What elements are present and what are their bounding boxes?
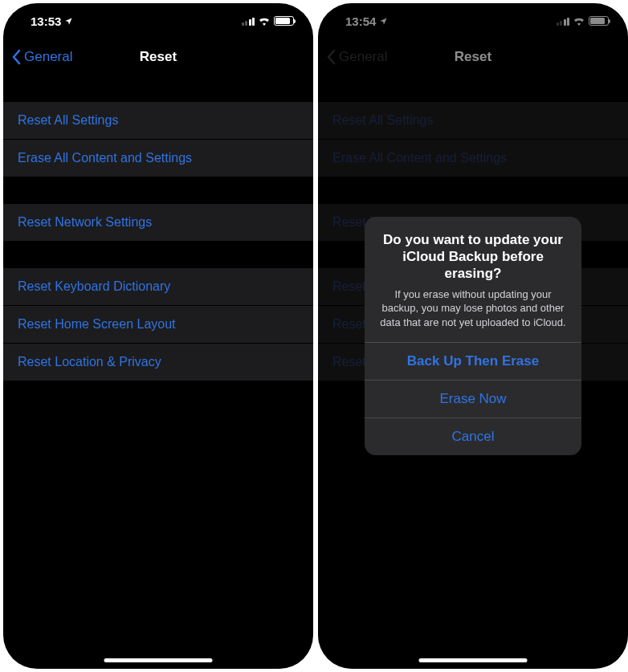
icloud-backup-alert: Do you want to update your iCloud Backup… (365, 217, 581, 455)
chevron-left-icon (11, 49, 21, 65)
screen-left: 13:53 General Reset Reset All Settings E… (3, 3, 313, 669)
cancel-button[interactable]: Cancel (365, 417, 581, 455)
wifi-icon (258, 16, 271, 26)
nav-bar: General Reset (3, 39, 313, 75)
reset-network-settings[interactable]: Reset Network Settings (3, 204, 313, 241)
back-button[interactable]: General (11, 49, 72, 65)
settings-group: Reset Network Settings (3, 204, 313, 241)
settings-list: Reset All Settings Erase All Content and… (3, 102, 313, 381)
alert-message: If you erase without updating your backu… (377, 287, 569, 330)
back-label: General (24, 49, 72, 65)
erase-now-button[interactable]: Erase Now (365, 380, 581, 417)
home-indicator[interactable] (419, 658, 528, 662)
settings-group: Reset Keyboard Dictionary Reset Home Scr… (3, 268, 313, 381)
settings-group: Reset All Settings Erase All Content and… (3, 102, 313, 177)
cellular-icon (242, 17, 255, 26)
backup-then-erase-button[interactable]: Back Up Then Erase (365, 342, 581, 380)
page-title: Reset (140, 49, 177, 65)
status-time: 13:53 (31, 14, 61, 28)
reset-home-screen-layout[interactable]: Reset Home Screen Layout (3, 306, 313, 344)
modal-overlay: Do you want to update your iCloud Backup… (318, 3, 628, 669)
battery-icon (274, 16, 294, 26)
reset-location-privacy[interactable]: Reset Location & Privacy (3, 344, 313, 381)
erase-all-content[interactable]: Erase All Content and Settings (3, 140, 313, 177)
location-icon (64, 17, 73, 26)
reset-all-settings[interactable]: Reset All Settings (3, 102, 313, 140)
alert-title: Do you want to update your iCloud Backup… (377, 231, 569, 283)
screen-right: 13:54 General Reset Reset All Settings E… (318, 3, 628, 669)
status-bar: 13:53 (3, 3, 313, 39)
home-indicator[interactable] (104, 658, 213, 662)
reset-keyboard-dictionary[interactable]: Reset Keyboard Dictionary (3, 268, 313, 306)
